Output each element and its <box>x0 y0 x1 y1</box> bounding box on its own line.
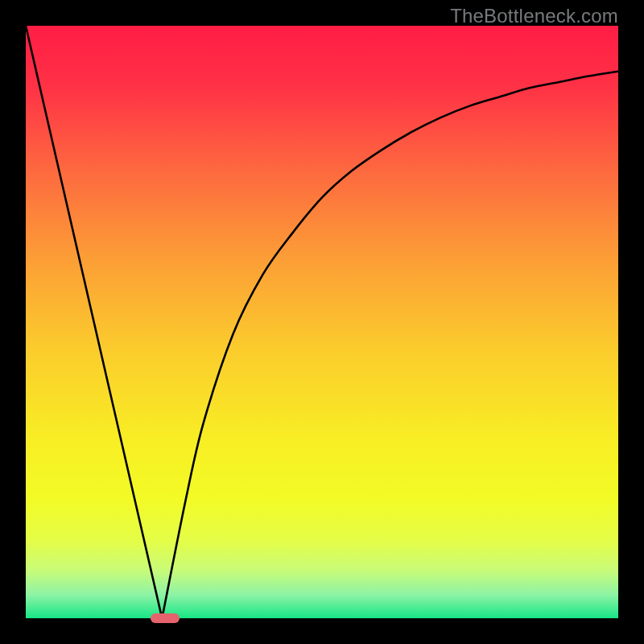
watermark-text: TheBottleneck.com <box>450 5 618 27</box>
curve-layer <box>26 26 618 618</box>
optimum-marker <box>151 613 180 623</box>
chart-frame: TheBottleneck.com <box>0 0 644 644</box>
bottleneck-curve <box>26 26 618 627</box>
plot-area <box>26 26 618 618</box>
